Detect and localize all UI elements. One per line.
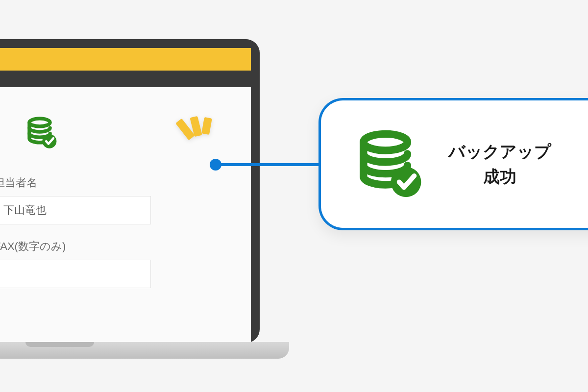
app-body: 担当者名 下山竜也 FAX(数字のみ) bbox=[0, 87, 251, 343]
callout-line1: バックアップ bbox=[448, 142, 551, 161]
svg-point-5 bbox=[364, 134, 408, 150]
callout-text: バックアップ 成功 bbox=[448, 139, 551, 189]
field-group-contact: 担当者名 下山竜也 bbox=[0, 175, 231, 224]
form: 担当者名 下山竜也 FAX(数字のみ) bbox=[0, 175, 231, 288]
laptop-frame: 担当者名 下山竜也 FAX(数字のみ) bbox=[0, 39, 260, 343]
database-check-icon bbox=[25, 117, 58, 149]
database-check-icon bbox=[355, 130, 424, 198]
app-screen: 担当者名 下山竜也 FAX(数字のみ) bbox=[0, 48, 251, 343]
callout-connector-line bbox=[220, 163, 320, 166]
field-group-fax: FAX(数字のみ) bbox=[0, 239, 231, 288]
app-titlebar bbox=[0, 48, 251, 71]
contact-value: 下山竜也 bbox=[3, 203, 47, 218]
fax-input[interactable] bbox=[0, 260, 151, 288]
backup-status-button[interactable] bbox=[25, 117, 58, 151]
backup-success-callout: バックアップ 成功 bbox=[318, 98, 588, 230]
toolbar bbox=[0, 117, 231, 151]
laptop-bezel: 担当者名 下山竜也 FAX(数字のみ) bbox=[0, 39, 260, 343]
fax-label: FAX(数字のみ) bbox=[0, 239, 231, 254]
app-menubar bbox=[0, 71, 251, 87]
callout-anchor-dot bbox=[210, 159, 221, 171]
contact-input[interactable]: 下山竜也 bbox=[0, 196, 151, 224]
svg-point-3 bbox=[29, 119, 50, 126]
laptop-base bbox=[0, 342, 289, 359]
contact-label: 担当者名 bbox=[0, 175, 231, 190]
callout-line2: 成功 bbox=[483, 167, 516, 186]
